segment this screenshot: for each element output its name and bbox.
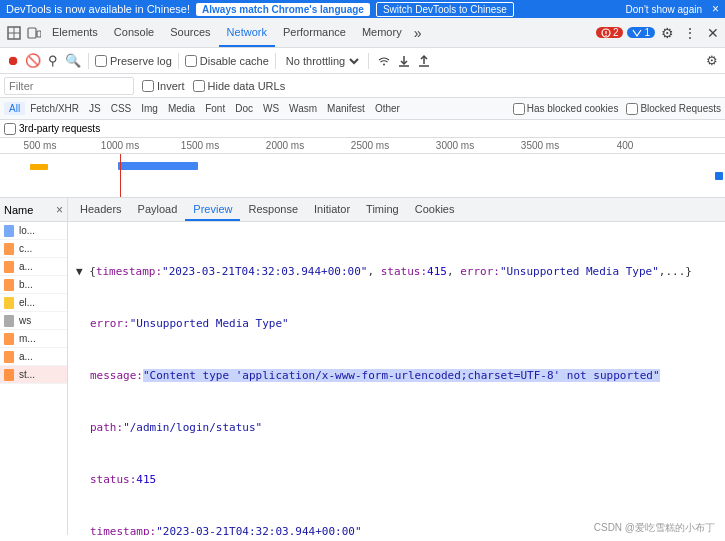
filter-all[interactable]: All — [4, 102, 25, 115]
network-settings-button[interactable]: ⚙ — [703, 52, 721, 70]
tab-headers[interactable]: Headers — [72, 198, 130, 221]
third-party-label[interactable]: 3rd-party requests — [4, 123, 100, 135]
svg-rect-15 — [4, 261, 14, 273]
blocked-requests-label[interactable]: Blocked Requests — [626, 103, 721, 115]
info-banner: DevTools is now available in Chinese! Al… — [0, 0, 725, 18]
tab-timing[interactable]: Timing — [358, 198, 407, 221]
filter-input[interactable] — [4, 77, 134, 95]
svg-point-8 — [383, 63, 385, 65]
more-options-icon[interactable]: ⋮ — [679, 25, 701, 41]
response-panel: Headers Payload Preview Response Initiat… — [68, 198, 725, 535]
request-item-8[interactable]: st... — [0, 366, 67, 384]
timeline: 500 ms 1000 ms 1500 ms 2000 ms 2500 ms 3… — [0, 138, 725, 198]
xhr-icon-3 — [4, 279, 16, 291]
request-item-3[interactable]: b... — [0, 276, 67, 294]
filter-manifest[interactable]: Manifest — [322, 102, 370, 115]
svg-rect-13 — [4, 225, 14, 237]
tab-elements[interactable]: Elements — [44, 18, 106, 47]
error-badge[interactable]: 2 — [596, 27, 624, 38]
request-item-5[interactable]: ws — [0, 312, 67, 330]
preserve-log-label[interactable]: Preserve log — [95, 55, 172, 67]
record-button[interactable]: ⏺ — [4, 52, 22, 70]
request-item-6[interactable]: m... — [0, 330, 67, 348]
settings-icon[interactable]: ⚙ — [659, 25, 675, 41]
third-party-checkbox[interactable] — [4, 123, 16, 135]
filter-toggle-button[interactable]: ⚲ — [44, 52, 62, 70]
has-blocked-cookies-label[interactable]: Has blocked cookies — [513, 103, 619, 115]
info-badge[interactable]: 1 — [627, 27, 655, 38]
ruler-mark-400: 400 — [617, 140, 634, 151]
blocked-requests-checkbox[interactable] — [626, 103, 638, 115]
close-devtools-icon[interactable]: ✕ — [705, 25, 721, 41]
response-tabs: Headers Payload Preview Response Initiat… — [68, 198, 725, 222]
request-list: Name × lo... c... a... b... — [0, 198, 68, 535]
request-type-filters: All Fetch/XHR JS CSS Img Media Font Doc … — [0, 98, 725, 120]
tab-performance[interactable]: Performance — [275, 18, 354, 47]
xhr-icon-1 — [4, 243, 16, 255]
tab-cookies[interactable]: Cookies — [407, 198, 463, 221]
invert-label[interactable]: Invert — [142, 80, 185, 92]
filter-ws[interactable]: WS — [258, 102, 284, 115]
badge-area: 2 1 ⚙ ⋮ ✕ — [596, 25, 721, 41]
tab-response[interactable]: Response — [240, 198, 306, 221]
filter-wasm[interactable]: Wasm — [284, 102, 322, 115]
filter-doc[interactable]: Doc — [230, 102, 258, 115]
match-language-button[interactable]: Always match Chrome's language — [196, 3, 370, 16]
separator4 — [368, 53, 369, 69]
filter-css[interactable]: CSS — [106, 102, 137, 115]
filter-row: Invert Hide data URLs — [0, 74, 725, 98]
separator3 — [275, 53, 276, 69]
filter-media[interactable]: Media — [163, 102, 200, 115]
json-line-2: message: "Content type 'application/x-ww… — [76, 369, 717, 382]
svg-point-7 — [605, 34, 606, 35]
timeline-graph[interactable] — [0, 154, 725, 198]
disable-cache-checkbox[interactable] — [185, 55, 197, 67]
wifi-icon-button[interactable] — [375, 52, 393, 70]
request-item-4[interactable]: el... — [0, 294, 67, 312]
timeline-bar-blue — [118, 162, 198, 170]
request-item-7[interactable]: a... — [0, 348, 67, 366]
timeline-cursor — [120, 154, 121, 198]
ruler-mark-2000: 2000 ms — [266, 140, 304, 151]
request-item-1[interactable]: c... — [0, 240, 67, 258]
more-tabs-button[interactable]: » — [410, 21, 426, 45]
tab-initiator[interactable]: Initiator — [306, 198, 358, 221]
invert-checkbox[interactable] — [142, 80, 154, 92]
devtools-tab-bar: Elements Console Sources Network Perform… — [0, 18, 725, 48]
device-icon[interactable] — [26, 25, 42, 41]
svg-rect-14 — [4, 243, 14, 255]
clear-button[interactable]: 🚫 — [24, 52, 42, 70]
tab-payload[interactable]: Payload — [130, 198, 186, 221]
filter-font[interactable]: Font — [200, 102, 230, 115]
request-item-0[interactable]: lo... — [0, 222, 67, 240]
network-toolbar: ⏺ 🚫 ⚲ 🔍 Preserve log Disable cache No th… — [0, 48, 725, 74]
import-button[interactable] — [395, 52, 413, 70]
footer-watermark: CSDN @爱吃雪糕的小布丁 — [594, 521, 715, 535]
request-item-2[interactable]: a... — [0, 258, 67, 276]
export-button[interactable] — [415, 52, 433, 70]
tab-console[interactable]: Console — [106, 18, 162, 47]
tab-preview[interactable]: Preview — [185, 198, 240, 221]
search-button[interactable]: 🔍 — [64, 52, 82, 70]
disable-cache-label[interactable]: Disable cache — [185, 55, 269, 67]
tab-memory[interactable]: Memory — [354, 18, 410, 47]
ruler-mark-1500: 1500 ms — [181, 140, 219, 151]
preserve-log-checkbox[interactable] — [95, 55, 107, 67]
filter-js[interactable]: JS — [84, 102, 106, 115]
json-line-3: path: "/admin/login/status" — [76, 421, 717, 434]
filter-fetchxhr[interactable]: Fetch/XHR — [25, 102, 84, 115]
xhr-icon-8 — [4, 369, 16, 381]
throttle-select[interactable]: No throttling — [282, 54, 362, 68]
json-line-4: status: 415 — [76, 473, 717, 486]
dont-show-again-link[interactable]: Don't show again — [626, 4, 702, 15]
inspect-icon[interactable] — [6, 25, 22, 41]
filter-img[interactable]: Img — [136, 102, 163, 115]
banner-close-button[interactable]: × — [712, 2, 719, 16]
filter-other[interactable]: Other — [370, 102, 405, 115]
hide-data-urls-checkbox[interactable] — [193, 80, 205, 92]
switch-devtools-button[interactable]: Switch DevTools to Chinese — [376, 2, 514, 17]
hide-data-urls-label[interactable]: Hide data URLs — [193, 80, 286, 92]
has-blocked-cookies-checkbox[interactable] — [513, 103, 525, 115]
tab-network[interactable]: Network — [219, 18, 275, 47]
tab-sources[interactable]: Sources — [162, 18, 218, 47]
